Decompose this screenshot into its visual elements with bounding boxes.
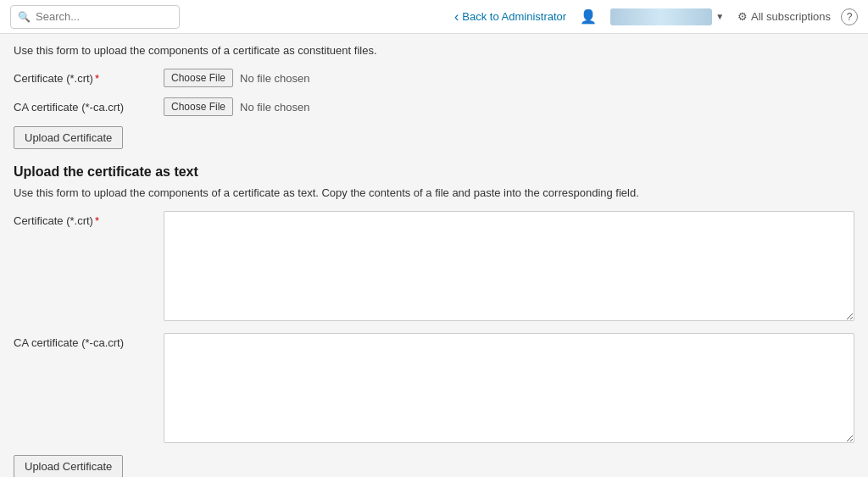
ca-cert-file-input-wrapper: Choose File No file chosen: [164, 97, 309, 116]
cert-no-file-text: No file chosen: [240, 72, 309, 85]
ca-cert-no-file-text: No file chosen: [240, 101, 309, 114]
ca-cert-text-label: CA certificate (*-ca.crt): [14, 333, 153, 349]
cert-choose-file-button[interactable]: Choose File: [164, 69, 233, 87]
back-to-admin-link[interactable]: Back to Administrator: [454, 9, 566, 25]
ca-cert-text-textarea[interactable]: [164, 333, 854, 443]
back-to-admin-label: Back to Administrator: [462, 10, 566, 23]
cert-required-star: *: [95, 72, 99, 85]
user-dropdown[interactable]: ▼: [610, 8, 724, 25]
cert-file-row: Certificate (*.crt)* Choose File No file…: [14, 69, 854, 87]
cert-text-textarea[interactable]: [164, 211, 854, 321]
search-box[interactable]: 🔍: [10, 5, 180, 29]
user-icon: 👤: [580, 8, 597, 25]
ca-cert-file-label: CA certificate (*-ca.crt): [14, 97, 153, 114]
dropdown-arrow-icon: ▼: [715, 12, 724, 21]
text-upload-section-title: Upload the certificate as text: [14, 164, 854, 180]
cert-text-row: Certificate (*.crt)*: [14, 211, 854, 321]
text-upload-description: Use this form to upload the components o…: [14, 186, 854, 199]
ca-cert-text-row: CA certificate (*-ca.crt): [14, 333, 854, 443]
main-content: Use this form to upload the components o…: [0, 34, 868, 477]
file-upload-description: Use this form to upload the components o…: [14, 44, 854, 57]
cert-text-label: Certificate (*.crt)*: [14, 211, 153, 227]
cert-file-input-wrapper: Choose File No file chosen: [164, 69, 309, 87]
ca-cert-file-row: CA certificate (*-ca.crt) Choose File No…: [14, 97, 854, 116]
subscriptions-button[interactable]: ⚙ All subscriptions: [737, 10, 831, 23]
cert-text-required-star: *: [95, 214, 99, 227]
topbar: 🔍 Back to Administrator 👤 ▼ ⚙ All subscr…: [0, 0, 868, 34]
help-button[interactable]: ?: [841, 8, 858, 25]
ca-cert-choose-file-button[interactable]: Choose File: [164, 97, 233, 116]
subscriptions-icon: ⚙: [737, 10, 748, 23]
help-label: ?: [847, 11, 853, 23]
file-upload-certificate-button[interactable]: Upload Certificate: [14, 126, 123, 149]
text-upload-certificate-button[interactable]: Upload Certificate: [14, 455, 123, 477]
search-input[interactable]: [36, 10, 172, 23]
user-bar: [610, 8, 712, 25]
subscriptions-label: All subscriptions: [751, 10, 831, 23]
search-icon: 🔍: [18, 11, 31, 23]
cert-file-label: Certificate (*.crt)*: [14, 69, 153, 85]
